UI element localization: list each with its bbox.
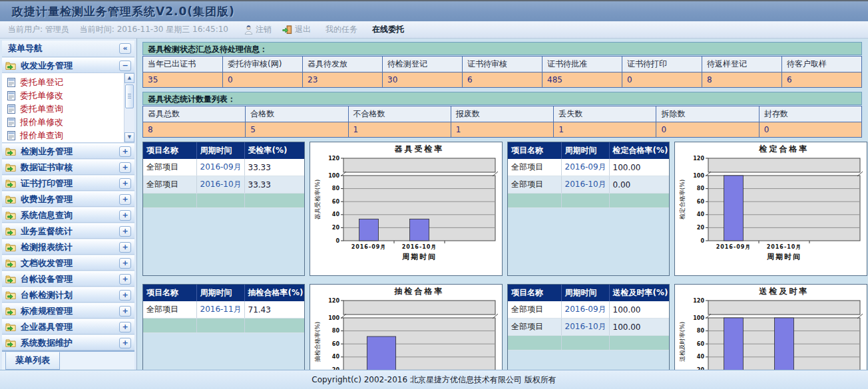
metric-cell: 100.00	[609, 159, 669, 176]
svg-text:0: 0	[700, 238, 704, 244]
metric-empty-cell	[561, 194, 609, 208]
folder-arrow-icon	[5, 163, 16, 172]
metric-cell: 全部项目	[143, 176, 196, 194]
sidebar-group[interactable]: 文档收发管理+	[2, 255, 134, 271]
sidebar-group[interactable]: 企业器具管理+	[2, 319, 134, 334]
summary-header-cell: 当年已出证书	[143, 57, 223, 72]
scroll-up-icon[interactable]: ▲	[124, 73, 134, 83]
exit-label: 退出	[295, 24, 311, 35]
pending-summary-table: 当年已出证书委托待审核(网)器具待发放待检测登记证书待审核证书待批准证书待打印待…	[142, 56, 862, 88]
metric-row[interactable]: 全部项目2016-10月100.00	[508, 319, 669, 336]
sidebar-menu-item[interactable]: 报价单修改	[2, 116, 134, 129]
metrics-row-1: 项目名称周期时间受检率(%)全部项目2016-09月33.33全部项目2016-…	[142, 142, 862, 276]
sidebar-group[interactable]: 证书打印管理+	[2, 176, 134, 191]
sidebar-bottom-bar: 菜单列表	[2, 350, 134, 370]
menu-list-tab[interactable]: 菜单列表	[5, 352, 60, 370]
user-icon	[244, 25, 253, 35]
sidebar-group-label: 收费业务管理	[21, 194, 114, 205]
exit-button[interactable]: 退出	[282, 24, 311, 35]
copyright-text: Copyright(c) 2002-2016 北京星捷方优信息技术有限公司 版权…	[312, 374, 556, 386]
metric-row[interactable]: 全部项目2016-09月100.00	[508, 301, 669, 319]
metric-row[interactable]: 全部项目2016-09月100.00	[508, 159, 669, 176]
metric-row[interactable]: 全部项目2016-10月0.00	[508, 176, 669, 194]
sidebar-menu-item[interactable]: 委托单登记	[2, 76, 134, 89]
svg-text:2016-10月: 2016-10月	[402, 244, 437, 250]
submenu-scrollbar[interactable]: ▲ ▼	[124, 73, 134, 142]
metric-column-header: 受检率(%)	[244, 142, 304, 159]
sidebar-group[interactable]: 数据证书审核+	[2, 160, 134, 175]
expand-group-icon[interactable]: +	[119, 338, 131, 348]
logout-button[interactable]: 注销	[244, 24, 272, 35]
collapse-group-icon[interactable]: −	[119, 61, 131, 71]
expand-group-icon[interactable]: +	[119, 322, 131, 332]
summary-value-cell: 0	[759, 122, 861, 138]
online-entrust-link[interactable]: 在线委托	[372, 24, 404, 35]
expand-group-icon[interactable]: +	[119, 274, 131, 285]
metric-empty-cell	[609, 336, 669, 350]
sidebar-group[interactable]: 收费业务管理+	[2, 192, 134, 207]
svg-text:检定合格率: 检定合格率	[759, 144, 809, 154]
summary-value-cell: 30	[383, 72, 463, 88]
folder-arrow-icon	[5, 195, 16, 203]
summary-value-cell: 0	[223, 72, 303, 88]
expand-group-icon[interactable]: +	[119, 210, 131, 221]
metric-empty-cell	[244, 194, 304, 208]
metric-row[interactable]: 全部项目2016-11月71.43	[143, 301, 304, 319]
summary-value-row: 35023306485086	[143, 72, 862, 88]
sidebar-menu-item[interactable]: 委托单查询	[2, 102, 134, 116]
collapse-sidebar-icon[interactable]: «	[119, 43, 131, 54]
sidebar-title: 菜单导航	[8, 43, 43, 55]
expand-group-icon[interactable]: +	[119, 194, 131, 205]
section-title-status-counts: 器具状态统计数量列表：	[142, 92, 862, 105]
metric-column-header: 检定合格率(%)	[609, 142, 669, 159]
sidebar-group[interactable]: 检测业务管理+	[2, 144, 134, 159]
metric-empty-cell	[196, 319, 244, 333]
metric-cell: 2016-10月	[561, 176, 609, 194]
scroll-down-icon[interactable]: ▼	[124, 132, 134, 142]
sidebar-group[interactable]: 业务监督统计+	[2, 223, 134, 239]
sidebar-group-label: 台帐设备管理	[21, 273, 114, 285]
expand-group-icon[interactable]: +	[119, 178, 131, 189]
svg-text:检定合格率(%): 检定合格率(%)	[679, 180, 686, 220]
summary-header-cell: 待客户取样	[782, 57, 862, 72]
metric-cell: 全部项目	[143, 301, 196, 319]
metric-cell: 2016-09月	[561, 159, 609, 176]
svg-text:器具受检率(%): 器具受检率(%)	[314, 180, 321, 220]
expand-group-icon[interactable]: +	[119, 242, 131, 253]
svg-text:2016-10月: 2016-10月	[767, 244, 802, 250]
bar-chart: 检定合格率0204060801001202016-09月2016-10月周期时间…	[675, 142, 867, 271]
metric-empty-cell	[244, 319, 304, 333]
sidebar-group-label: 台帐检测计划	[21, 289, 114, 301]
sidebar-group[interactable]: 台帐设备管理+	[2, 271, 134, 287]
sidebar-menu-item[interactable]	[2, 142, 134, 143]
svg-text:60: 60	[332, 341, 340, 347]
expand-group-icon[interactable]: +	[119, 226, 131, 237]
document-icon	[7, 91, 15, 100]
sidebar-group[interactable]: 系统信息查询+	[2, 207, 134, 223]
svg-text:20: 20	[332, 225, 340, 231]
svg-text:60: 60	[697, 341, 705, 347]
summary-value-cell: 1	[451, 122, 553, 138]
expand-group-icon[interactable]: +	[119, 290, 131, 301]
expand-group-icon[interactable]: +	[119, 306, 131, 317]
sidebar-menu-item[interactable]: 报价单查询	[2, 129, 134, 142]
sidebar-group[interactable]: 台帐检测计划+	[2, 287, 134, 303]
metric-cell: 100.00	[609, 301, 669, 319]
current-time-label: 当前时间: 2016-11-30 星期三 16:45:10	[80, 24, 228, 35]
expand-group-icon[interactable]: +	[119, 146, 131, 157]
sidebar-group-expanded[interactable]: 收发业务管理 −	[2, 58, 134, 73]
scroll-thumb[interactable]	[125, 84, 134, 108]
sidebar-group[interactable]: 标准规程管理+	[2, 303, 134, 319]
folder-arrow-icon	[5, 307, 16, 315]
svg-text:60: 60	[697, 199, 705, 205]
expand-group-icon[interactable]: +	[119, 258, 131, 269]
expand-group-icon[interactable]: +	[119, 162, 131, 173]
sidebar-menu-item[interactable]: 委托单修改	[2, 89, 134, 102]
metric-row[interactable]: 全部项目2016-09月33.33	[143, 159, 304, 176]
summary-header-cell: 器具待发放	[303, 57, 383, 72]
metric-empty-row	[508, 194, 669, 208]
sidebar-group[interactable]: 检测报表统计+	[2, 239, 134, 255]
metric-row[interactable]: 全部项目2016-10月33.33	[143, 176, 304, 194]
my-tasks-link[interactable]: 我的任务	[326, 24, 357, 35]
sidebar-group[interactable]: 系统数据维护+	[2, 335, 134, 350]
